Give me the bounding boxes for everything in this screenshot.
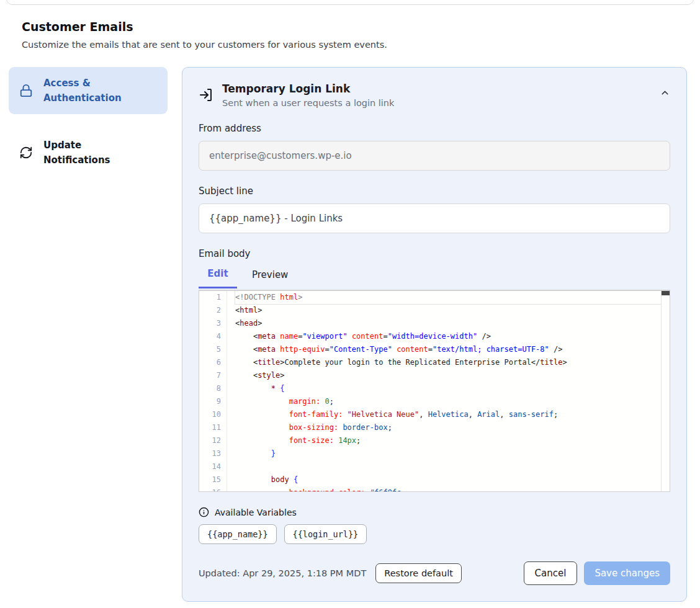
from-address-label: From address	[199, 123, 670, 134]
variable-chip-app-name[interactable]: {{app_name}}	[199, 524, 277, 544]
email-body-label: Email body	[199, 248, 670, 259]
sidebar-item-access-authentication[interactable]: Access & Authentication	[9, 67, 168, 114]
tab-preview[interactable]: Preview	[252, 268, 288, 288]
panel-header: Temporary Login Link Sent when a user re…	[199, 83, 670, 108]
temporary-login-link-panel: Temporary Login Link Sent when a user re…	[182, 67, 687, 602]
email-types-sidebar: Access & Authentication Update Notificat…	[9, 67, 168, 176]
tab-edit[interactable]: Edit	[199, 268, 237, 288]
editor-scrollbar[interactable]	[661, 291, 670, 491]
variable-chips: {{app_name}} {{login_url}}	[199, 524, 670, 544]
available-variables-row: Available Variables	[199, 507, 670, 517]
sidebar-item-update-notifications[interactable]: Update Notifications	[9, 129, 168, 176]
page-header: Customer Emails Customize the emails tha…	[0, 0, 700, 50]
chevron-up-icon	[660, 87, 670, 98]
cancel-button[interactable]: Cancel	[524, 561, 578, 585]
refresh-icon	[19, 145, 34, 160]
lock-icon	[19, 83, 34, 98]
panel-footer: Updated: Apr 29, 2025, 1:18 PM MDT Resto…	[199, 561, 670, 585]
save-changes-button[interactable]: Save changes	[584, 561, 670, 585]
code-lines[interactable]: <!DOCTYPE html><html><head><meta name="v…	[227, 291, 661, 491]
subject-line-label: Subject line	[199, 186, 670, 197]
page-subtitle: Customize the emails that are sent to yo…	[22, 40, 678, 50]
collapse-panel-button[interactable]	[660, 87, 670, 98]
info-icon	[199, 507, 209, 517]
page-title: Customer Emails	[22, 20, 678, 34]
email-body-tabs: Edit Preview	[199, 268, 670, 290]
email-body-code-editor[interactable]: 12345678910111213141516 <!DOCTYPE html><…	[199, 290, 670, 492]
panel-title: Temporary Login Link	[222, 83, 394, 95]
variable-chip-login-url[interactable]: {{login_url}}	[284, 524, 367, 544]
subject-line-input[interactable]	[199, 203, 670, 233]
sidebar-item-label: Update Notifications	[43, 138, 137, 168]
updated-timestamp: Updated: Apr 29, 2025, 1:18 PM MDT	[199, 568, 366, 578]
panel-subtitle: Sent when a user requests a login link	[222, 98, 394, 108]
sidebar-item-label: Access & Authentication	[43, 76, 137, 105]
editor-gutter: 12345678910111213141516	[199, 291, 227, 491]
restore-default-button[interactable]: Restore default	[375, 563, 462, 583]
available-variables-label: Available Variables	[215, 507, 297, 517]
from-address-input[interactable]	[199, 141, 670, 171]
log-in-icon	[199, 87, 213, 102]
previous-card-bottom-edge	[6, 0, 694, 5]
scrollbar-thumb[interactable]	[662, 291, 670, 295]
